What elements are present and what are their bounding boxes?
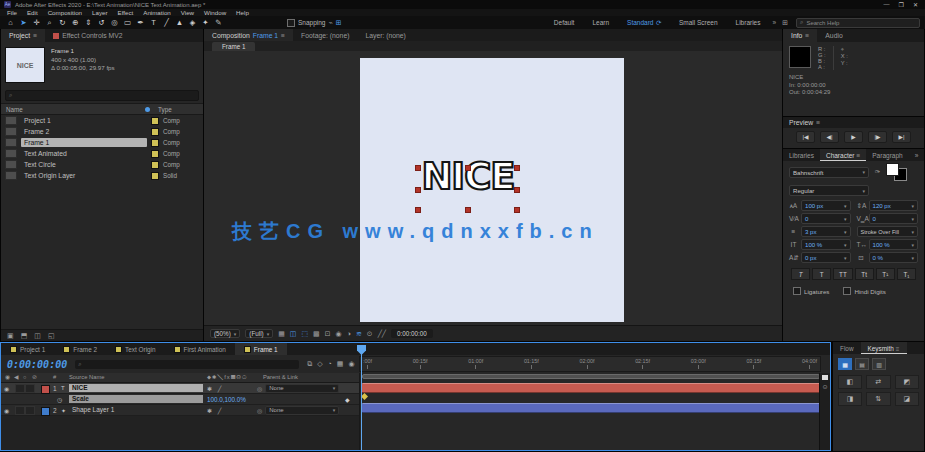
home-tool-icon[interactable]: ⌂	[6, 17, 15, 28]
workspace-tab[interactable]: Learn⟳	[583, 19, 618, 26]
tab-composition[interactable]: Composition Frame 1 ≡	[204, 29, 293, 41]
current-timecode[interactable]: 0:00:00:00	[1, 359, 73, 370]
next-frame-button[interactable]: |▶	[868, 131, 887, 143]
column-type[interactable]: Type	[158, 106, 198, 113]
layer-label-swatch[interactable]	[41, 385, 50, 394]
help-search-input[interactable]: ⌕ Search Help	[796, 18, 920, 28]
menu-item[interactable]: Effect	[118, 9, 134, 16]
keysmith-tool-1-icon[interactable]: ◧	[838, 375, 862, 389]
selection-bounding-box[interactable]	[417, 167, 518, 211]
hand-tool-icon[interactable]: ✛	[32, 17, 41, 28]
faux-style-button[interactable]: TT	[833, 268, 852, 280]
grid-view-toggle[interactable]: ▦	[838, 358, 852, 370]
label-color-swatch[interactable]	[151, 161, 159, 169]
column-parent-link[interactable]: Parent & Link	[263, 374, 298, 380]
audio-column-icon[interactable]: ◀	[14, 374, 18, 380]
pan-behind-anchor-tool-icon[interactable]: ◎	[110, 17, 119, 28]
layer-name[interactable]: NICE	[69, 384, 203, 392]
panel-menu-icon[interactable]: ≡	[805, 32, 809, 39]
panel-menu-icon[interactable]: ≡	[816, 119, 820, 126]
panel-menu-icon[interactable]: ≡	[281, 32, 285, 39]
grid-guides-icon[interactable]: ▦	[278, 330, 285, 338]
dolly-camera-tool-icon[interactable]: ⇕	[84, 17, 93, 28]
video-column-icon[interactable]: ◉	[5, 374, 10, 380]
selection-handle[interactable]	[415, 207, 421, 213]
menu-item[interactable]: View	[181, 9, 194, 16]
transparency-grid-icon[interactable]: ▩	[313, 330, 320, 338]
selection-handle[interactable]	[415, 187, 421, 193]
composition-flowchart-icon[interactable]: ⧉	[307, 360, 312, 368]
faux-style-button[interactable]: T¹	[876, 268, 895, 280]
interpret-footage-icon[interactable]: ▣	[7, 332, 14, 340]
workspace-tab[interactable]: Libraries⟳	[727, 19, 770, 26]
font-style-select[interactable]: Regular▾	[789, 185, 869, 196]
roto-brush-tool-icon[interactable]: ✦	[201, 17, 210, 28]
eye-icon[interactable]: ◉	[4, 407, 9, 414]
label-color-swatch[interactable]	[151, 172, 159, 180]
close-button[interactable]: ✕	[913, 1, 918, 8]
option-checkbox[interactable]	[843, 287, 851, 295]
property-row-scale[interactable]: ◷ Scale 100.0,100.0% ◆	[1, 394, 359, 405]
viewer-pasteboard[interactable]: NICE 技艺CG www.qdnxxfb.cn	[204, 51, 782, 326]
font-size-select[interactable]: 100 px▾	[801, 200, 851, 211]
layer-bar-nice[interactable]	[362, 383, 820, 393]
character-option[interactable]: Hindi Digits	[843, 287, 885, 295]
selection-tool-icon[interactable]: ➤	[19, 17, 28, 28]
clone-stamp-tool-icon[interactable]: ▲	[175, 17, 184, 28]
menu-item[interactable]: Composition	[48, 9, 82, 16]
snapshot-icon[interactable]: ⊡	[325, 330, 331, 338]
pickwhip-icon[interactable]: ◎	[257, 385, 262, 392]
label-color-swatch[interactable]	[151, 150, 159, 158]
timeline-comp-tab[interactable]: Text Origin	[106, 343, 165, 355]
pickwhip-icon[interactable]: ◎	[257, 407, 262, 414]
comp-marker-bin-icon[interactable]: ⊙	[822, 383, 827, 390]
menu-item[interactable]: Animation	[143, 9, 171, 16]
timeline-search-input[interactable]: ⌕	[75, 360, 299, 369]
pen-tool-icon[interactable]: ✒	[136, 17, 145, 28]
eraser-tool-icon[interactable]: ◈	[188, 17, 197, 28]
layer-row-shape[interactable]: ◉ 2 ✦ Shape Layer 1 ✱ ╱ ◎ None▾	[1, 405, 359, 416]
panel-menu-icon[interactable]: ≡	[856, 152, 860, 159]
option-checkbox[interactable]	[793, 287, 801, 295]
pixel-aspect-icon[interactable]: ╱╱	[378, 330, 386, 338]
tracking-select[interactable]: 0▾	[869, 213, 919, 224]
tab-footage[interactable]: Footage: (none)	[293, 29, 357, 41]
parent-select[interactable]: None▾	[265, 384, 339, 393]
menu-item[interactable]: File	[7, 9, 17, 16]
horizontal-scale-select[interactable]: 100 %▾	[869, 239, 919, 250]
comp-mini-tab[interactable]: Frame 1	[212, 42, 255, 51]
keyframe-diamond[interactable]	[361, 393, 368, 400]
eye-icon[interactable]: ◉	[4, 385, 9, 392]
label-color-swatch[interactable]	[151, 139, 159, 147]
rotation-tool-icon[interactable]: ↺	[97, 17, 106, 28]
timeline-comp-tab[interactable]: Project 1	[1, 343, 54, 355]
tsume-select[interactable]: 0 %▾	[869, 252, 919, 263]
motion-blur-icon[interactable]: ◉	[348, 360, 354, 368]
label-color-swatch[interactable]	[151, 117, 159, 125]
fast-previews-icon[interactable]: ≋	[356, 330, 362, 338]
resolution-icon[interactable]: ◑	[347, 330, 351, 338]
character-option[interactable]: Ligatures	[793, 287, 829, 295]
selection-handle[interactable]	[514, 165, 520, 171]
layer-name[interactable]: Shape Layer 1	[69, 406, 203, 414]
stroke-style-select[interactable]: Stroke Over Fill▾	[857, 226, 919, 237]
workspace-tab[interactable]: Small Screen⟳	[670, 19, 727, 26]
timeline-track-lanes[interactable]	[359, 373, 822, 450]
shy-layers-icon[interactable]: ◔	[328, 360, 332, 368]
project-item-row[interactable]: Frame 2 Comp	[1, 126, 203, 137]
stopwatch-icon[interactable]: ◷	[57, 396, 62, 403]
layer-switches[interactable]: ✱ ╱	[207, 407, 223, 414]
maximize-button[interactable]: ❐	[899, 1, 904, 8]
tab-flow[interactable]: Flow	[833, 342, 861, 354]
label-color-swatch[interactable]	[151, 128, 159, 136]
keysmith-tool-6-icon[interactable]: ◪	[895, 392, 919, 406]
keyframe-navigator-icon[interactable]: ◆	[345, 396, 350, 403]
vertical-scale-select[interactable]: 100 %▾	[801, 239, 851, 250]
column-number[interactable]: #	[53, 374, 56, 380]
camera-icon[interactable]: ⊙	[367, 330, 373, 338]
label-column-icon[interactable]	[145, 107, 150, 112]
project-item-row[interactable]: Frame 1 Comp	[1, 137, 203, 148]
first-frame-button[interactable]: |◀	[796, 131, 815, 143]
leading-select[interactable]: 120 px▾	[869, 200, 919, 211]
keysmith-tool-3-icon[interactable]: ◩	[895, 375, 919, 389]
